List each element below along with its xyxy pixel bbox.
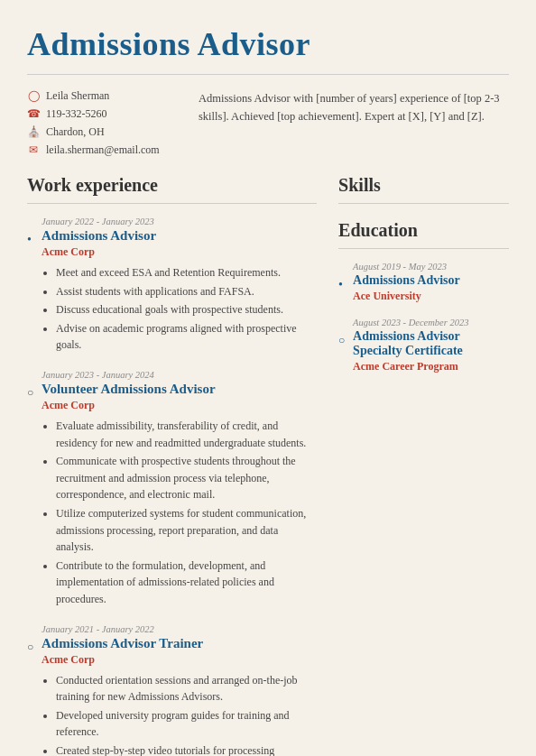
job-bullets-2: Evaluate admissibility, transferability … bbox=[42, 418, 317, 608]
contact-location: ⛪ Chardon, OH bbox=[27, 125, 171, 139]
edu-date-1: August 2019 - May 2023 bbox=[353, 262, 509, 272]
company-name-2: Acme Corp bbox=[42, 399, 317, 412]
main-content: Work experience January 2022 - January 2… bbox=[27, 175, 509, 756]
education-divider bbox=[338, 248, 509, 249]
header-divider bbox=[27, 74, 509, 75]
location-icon: ⛪ bbox=[27, 125, 40, 139]
list-item: Developed university program guides for … bbox=[56, 707, 317, 741]
list-item: Advise on academic programs aligned with… bbox=[56, 320, 317, 354]
skills-section: Skills bbox=[338, 175, 509, 204]
work-date-1: January 2022 - January 2023 bbox=[42, 217, 317, 226]
work-entry-1: January 2022 - January 2023 • Admissions… bbox=[27, 217, 317, 354]
work-entry-3: January 2021 - January 2022 ○ Admissions… bbox=[27, 624, 317, 757]
person-icon: ◯ bbox=[27, 89, 40, 103]
work-entry-2: January 2023 - January 2024 ○ Volunteer … bbox=[27, 370, 317, 608]
bullet-hollow-2: ○ bbox=[27, 386, 33, 400]
edu-date-2: August 2023 - December 2023 bbox=[353, 318, 509, 327]
summary-text: Admissions Advisor with [number of years… bbox=[199, 89, 509, 157]
list-item: Created step-by-step video tutorials for… bbox=[56, 742, 317, 756]
work-date-3: January 2021 - January 2022 bbox=[42, 624, 317, 634]
bullet-hollow-3: ○ bbox=[27, 641, 33, 654]
edu-entry-1: August 2019 - May 2023 • Admissions Advi… bbox=[338, 262, 509, 303]
bullet-solid-1: • bbox=[27, 233, 32, 247]
edu-bullet-hollow-2: ○ bbox=[338, 334, 345, 347]
work-date-2: January 2023 - January 2024 bbox=[42, 370, 317, 380]
list-item: Conducted orientation sessions and arran… bbox=[56, 672, 317, 705]
work-experience-column: Work experience January 2022 - January 2… bbox=[27, 175, 317, 756]
right-column: Skills Education August 2019 - May 2023 … bbox=[338, 175, 509, 756]
contact-phone: ☎ 119-332-5260 bbox=[27, 107, 171, 121]
edu-institution-2: Acme Career Program bbox=[353, 360, 509, 373]
list-item: Assist students with applications and FA… bbox=[56, 283, 317, 300]
list-item: Meet and exceed ESA and Retention Requir… bbox=[56, 264, 317, 281]
edu-institution-1: Ace University bbox=[353, 290, 509, 303]
list-item: Discuss educational goals with prospecti… bbox=[56, 301, 317, 318]
company-name-1: Acme Corp bbox=[42, 245, 317, 259]
contact-email: ✉ leila.sherman@email.com bbox=[27, 143, 171, 157]
education-section: Education August 2019 - May 2023 • Admis… bbox=[338, 220, 509, 373]
work-experience-heading: Work experience bbox=[27, 175, 317, 196]
skills-heading: Skills bbox=[338, 175, 509, 196]
list-item: Contribute to the formulation, developme… bbox=[56, 558, 317, 608]
edu-bullet-solid-1: • bbox=[338, 278, 343, 292]
edu-entry-2: August 2023 - December 2023 ○ Admissions… bbox=[338, 318, 509, 373]
edu-title-1: Admissions Advisor bbox=[353, 273, 509, 288]
phone-icon: ☎ bbox=[27, 107, 40, 121]
contact-info: ◯ Leila Sherman ☎ 119-332-5260 ⛪ Chardon… bbox=[27, 89, 171, 157]
job-bullets-1: Meet and exceed ESA and Retention Requir… bbox=[42, 264, 317, 354]
job-title-1: Admissions Advisor bbox=[42, 228, 317, 244]
email-icon: ✉ bbox=[27, 143, 40, 157]
job-title-2: Volunteer Admissions Advisor bbox=[42, 382, 317, 397]
list-item: Utilize computerized systems for student… bbox=[56, 505, 317, 556]
contact-summary-section: ◯ Leila Sherman ☎ 119-332-5260 ⛪ Chardon… bbox=[27, 89, 509, 157]
edu-title-2: Admissions Advisor Specialty Certificate bbox=[353, 329, 509, 358]
education-heading: Education bbox=[338, 220, 509, 241]
list-item: Communicate with prospective students th… bbox=[56, 453, 317, 503]
skills-divider bbox=[338, 203, 509, 204]
job-title-3: Admissions Advisor Trainer bbox=[42, 636, 317, 651]
page-title: Admissions Advisor bbox=[27, 25, 509, 63]
contact-name: ◯ Leila Sherman bbox=[27, 89, 171, 103]
list-item: Evaluate admissibility, transferability … bbox=[56, 418, 317, 451]
work-experience-divider bbox=[27, 203, 317, 204]
job-bullets-3: Conducted orientation sessions and arran… bbox=[42, 672, 317, 757]
company-name-3: Acme Corp bbox=[42, 653, 317, 667]
